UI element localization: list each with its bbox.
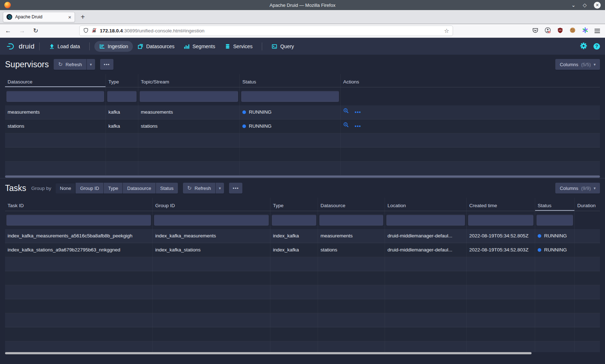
refresh-label: Refresh <box>194 186 211 191</box>
maximize-button[interactable]: ◇ <box>583 3 587 8</box>
column-header-topic-stream[interactable]: Topic/Stream <box>138 74 240 87</box>
nav-item-ingestion[interactable]: Ingestion <box>94 41 133 52</box>
scrollbar-thumb[interactable] <box>5 352 532 354</box>
sparkle-extension-icon[interactable] <box>582 27 588 35</box>
status-filter-input[interactable] <box>241 91 339 102</box>
tasks-columns-button[interactable]: Columns (9/9) ▾ <box>555 183 600 194</box>
column-header-actions[interactable]: Actions <box>341 74 600 87</box>
task-row[interactable]: index_kafka_measurements_a5616c5ba8afb8b… <box>5 229 600 243</box>
column-header-type[interactable]: Type <box>270 198 318 211</box>
column-header-duration[interactable]: Duration <box>575 198 600 211</box>
column-header-status[interactable]: Status <box>535 198 575 211</box>
nav-item-query[interactable]: Query <box>267 41 299 52</box>
tasks-more-button[interactable]: ••• <box>229 183 242 194</box>
column-header-status[interactable]: Status <box>240 74 341 87</box>
created-time-filter-input[interactable] <box>468 215 533 226</box>
pocket-icon[interactable] <box>532 27 538 35</box>
druid-favicon-icon <box>6 14 12 20</box>
row-more-actions-icon[interactable]: ••• <box>355 119 361 133</box>
group-by-datasource-button[interactable]: Datasource <box>122 183 155 194</box>
nav-item-segments[interactable]: Segments <box>179 41 220 52</box>
column-header-group-id[interactable]: Group ID <box>153 198 270 211</box>
cell-task-id: index_kafka_stations_a9a679b22795b63_nnk… <box>5 243 153 257</box>
nav-item-label: Services <box>233 44 253 49</box>
task-id-filter-input[interactable] <box>6 215 151 226</box>
datasource-filter-input[interactable] <box>319 215 383 226</box>
supervisor-row[interactable]: measurements kafka measurements RUNNING … <box>5 105 600 119</box>
column-header-datasource[interactable]: Datasource <box>318 198 385 211</box>
cell-created-time: 2022-08-19T05:34:52.803Z <box>467 243 535 257</box>
tab-close-button[interactable]: × <box>68 14 71 20</box>
status-label: RUNNING <box>544 229 567 243</box>
type-filter-input[interactable] <box>272 215 316 226</box>
druid-brand[interactable]: druid <box>5 42 35 50</box>
caret-down-icon: ▾ <box>593 186 596 191</box>
nav-item-label: Datasources <box>146 44 175 49</box>
help-icon[interactable]: ? <box>593 43 600 50</box>
cell-topic-stream: stations <box>138 119 240 133</box>
menu-hamburger-icon[interactable] <box>595 29 600 33</box>
nav-item-datasources[interactable]: Datasources <box>133 41 179 52</box>
browser-tab[interactable]: Apache Druid × <box>3 12 75 22</box>
supervisors-title: Supervisors <box>5 60 49 69</box>
column-header-location[interactable]: Location <box>385 198 467 211</box>
column-header-task-id[interactable]: Task ID <box>5 198 153 211</box>
supervisors-refresh-dropdown-button[interactable]: ▾ <box>86 59 95 70</box>
new-tab-button[interactable]: + <box>81 13 85 21</box>
refresh-label: Refresh <box>66 62 82 67</box>
tasks-title: Tasks <box>5 183 26 193</box>
inspect-magnifier-icon[interactable] <box>343 119 349 133</box>
inspect-magnifier-icon[interactable] <box>343 105 349 119</box>
datasource-filter-input[interactable] <box>6 91 104 102</box>
tasks-refresh-dropdown-button[interactable]: ▾ <box>215 183 224 194</box>
cell-task-id: index_kafka_measurements_a5616c5ba8afb8b… <box>5 229 153 243</box>
status-label: RUNNING <box>544 243 567 257</box>
table-row-empty <box>5 147 600 161</box>
column-header-created-time[interactable]: Created time <box>467 198 535 211</box>
back-button[interactable]: ← <box>5 28 11 34</box>
tracking-protection-shield-icon[interactable] <box>83 28 89 34</box>
nav-item-load-data[interactable]: Load data <box>44 41 85 52</box>
settings-gear-icon[interactable] <box>580 42 587 50</box>
nav-item-services[interactable]: Services <box>220 41 257 52</box>
url-text[interactable]: 172.18.0.4:30899/unified-console.html#in… <box>100 28 441 33</box>
group-by-status-button[interactable]: Status <box>156 183 178 194</box>
supervisors-view: Supervisors ↻ Refresh ▾ ••• Columns (5/5… <box>0 55 605 178</box>
toolbar-extensions: UO <box>532 27 600 35</box>
supervisors-columns-button[interactable]: Columns (5/5) ▾ <box>555 59 600 70</box>
scrollbar-thumb[interactable] <box>5 176 600 178</box>
group-id-filter-input[interactable] <box>154 215 269 226</box>
row-more-actions-icon[interactable]: ••• <box>355 105 361 119</box>
group-by-group-id-button[interactable]: Group ID <box>75 183 103 194</box>
supervisors-refresh-button[interactable]: ↻ Refresh <box>54 59 86 70</box>
url-bar[interactable]: 172.18.0.4:30899/unified-console.html#in… <box>79 26 453 36</box>
close-button[interactable]: ✕ <box>594 2 601 9</box>
type-filter-input[interactable] <box>107 91 136 102</box>
supervisor-row[interactable]: stations kafka stations RUNNING ••• <box>5 119 600 133</box>
ublock-origin-icon[interactable]: UO <box>557 27 563 35</box>
group-by-none-button[interactable]: None <box>55 183 75 194</box>
topic-stream-filter-input[interactable] <box>140 91 238 102</box>
reload-button[interactable]: ↻ <box>33 28 38 34</box>
account-extension-icon[interactable] <box>544 27 551 35</box>
location-filter-input[interactable] <box>386 215 465 226</box>
bookmark-star-icon[interactable]: ☆ <box>444 27 449 34</box>
tasks-empty-rows <box>5 257 600 352</box>
cell-location: druid-middlemanager-defaul... <box>385 229 467 243</box>
insecure-lock-icon[interactable] <box>91 28 97 34</box>
minimize-button[interactable]: ⌄ <box>571 3 575 8</box>
status-filter-input[interactable] <box>537 215 573 226</box>
table-row-empty <box>5 161 600 176</box>
column-header-type[interactable]: Type <box>106 74 138 87</box>
tasks-refresh-button[interactable]: ↻ Refresh <box>183 183 215 194</box>
column-header-datasource[interactable]: Datasource <box>5 74 106 87</box>
task-row[interactable]: index_kafka_stations_a9a679b22795b63_nnk… <box>5 243 600 257</box>
nav-item-label: Load data <box>58 44 80 49</box>
tasks-header: Tasks Group by None Group ID Type Dataso… <box>0 178 605 198</box>
supervisors-table: Datasource Type Topic/Stream Status Acti… <box>5 74 600 178</box>
supervisors-more-button[interactable]: ••• <box>100 59 113 70</box>
caret-down-icon: ▾ <box>219 186 221 191</box>
cookie-extension-icon[interactable] <box>569 27 576 35</box>
group-by-type-button[interactable]: Type <box>103 183 122 194</box>
running-status-dot <box>538 248 541 252</box>
